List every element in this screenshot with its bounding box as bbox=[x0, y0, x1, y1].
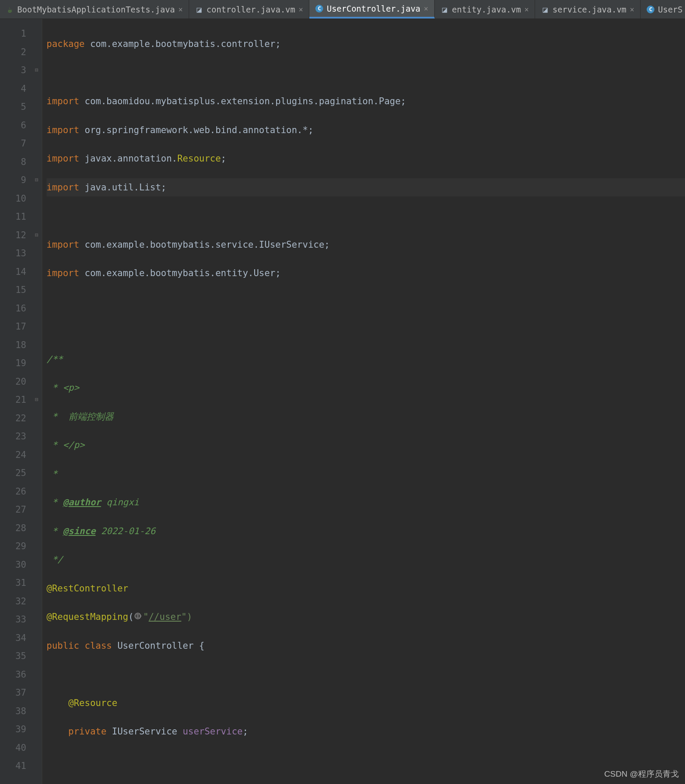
line-number: 41 bbox=[0, 757, 26, 775]
code-line: /** bbox=[47, 350, 685, 369]
line-number: 33 bbox=[0, 610, 26, 629]
line-number: 10 bbox=[0, 190, 26, 208]
line-number: 38 bbox=[0, 702, 26, 721]
close-icon[interactable]: × bbox=[524, 5, 529, 14]
line-number: 16 bbox=[0, 299, 26, 318]
code-line: * </p> bbox=[47, 436, 685, 454]
line-number: 15 bbox=[0, 281, 26, 299]
line-number: 4 bbox=[0, 80, 26, 98]
vm-icon: ◪ bbox=[195, 6, 203, 13]
line-number: 35 bbox=[0, 647, 26, 666]
tab-label: UserS bbox=[658, 5, 682, 14]
globe-icon[interactable] bbox=[134, 612, 143, 620]
line-number: 12⊟ bbox=[0, 226, 26, 245]
code-line: * <p> bbox=[47, 379, 685, 397]
line-number: 13 bbox=[0, 244, 26, 263]
code-line: * bbox=[47, 465, 685, 483]
line-number: 17 bbox=[0, 317, 26, 336]
code-line: import org.springframework.web.bind.anno… bbox=[47, 121, 685, 140]
fold-icon[interactable]: ⊟ bbox=[35, 391, 38, 409]
close-icon[interactable]: × bbox=[178, 5, 183, 14]
line-number: 30 bbox=[0, 556, 26, 574]
tab-label: BootMybatisApplicationTests.java bbox=[17, 5, 175, 14]
code-line: @Resource bbox=[47, 694, 685, 712]
java-icon: ☕ bbox=[6, 6, 14, 13]
code-line: private IUserService userService; bbox=[47, 722, 685, 741]
line-number: 14 bbox=[0, 263, 26, 281]
line-number: 11 bbox=[0, 208, 26, 226]
line-number: 24 bbox=[0, 446, 26, 464]
line-number: 37 bbox=[0, 684, 26, 702]
line-number: 32 bbox=[0, 592, 26, 611]
code-line: @RestController bbox=[47, 579, 685, 598]
line-number: 29 bbox=[0, 537, 26, 556]
code-line: * @since 2022-01-26 bbox=[47, 522, 685, 541]
line-number: 18 bbox=[0, 336, 26, 355]
tab-label: UserController.java bbox=[327, 4, 420, 13]
line-number: 9⊟ bbox=[0, 171, 26, 190]
line-number: 40 bbox=[0, 739, 26, 757]
code-line: */ bbox=[47, 551, 685, 569]
code-line: @PostMapping bbox=[47, 780, 685, 784]
line-number: 5 bbox=[0, 98, 26, 116]
line-number: 22 bbox=[0, 409, 26, 428]
tab-label: controller.java.vm bbox=[206, 5, 295, 14]
vm-icon: ◪ bbox=[441, 6, 448, 13]
code-line: @RequestMapping("//user") bbox=[47, 608, 685, 626]
line-number: 25 bbox=[0, 464, 26, 482]
line-number: 19 bbox=[0, 354, 26, 373]
fold-icon[interactable]: ⊟ bbox=[35, 171, 38, 190]
close-icon[interactable]: × bbox=[630, 5, 634, 14]
line-number: 26 bbox=[0, 482, 26, 501]
line-number: 28 bbox=[0, 519, 26, 538]
close-icon[interactable]: × bbox=[424, 4, 428, 13]
line-number: 1 bbox=[0, 25, 26, 43]
tab-user-s[interactable]: CUserS bbox=[641, 0, 685, 19]
code-line: import com.example.bootmybatis.service.I… bbox=[47, 236, 685, 254]
line-number: 7 bbox=[0, 134, 26, 153]
code-area[interactable]: package com.example.bootmybatis.controll… bbox=[42, 19, 685, 784]
tab-boot-tests[interactable]: ☕BootMybatisApplicationTests.java× bbox=[0, 0, 189, 19]
tab-label: service.java.vm bbox=[552, 5, 626, 14]
tab-service-vm[interactable]: ◪service.java.vm× bbox=[535, 0, 641, 19]
code-line: public class UserController { bbox=[47, 637, 685, 655]
code-line: import com.example.bootmybatis.entity.Us… bbox=[47, 264, 685, 283]
fold-icon[interactable]: ⊟ bbox=[35, 226, 38, 245]
line-number: 3⊟ bbox=[0, 61, 26, 80]
tab-controller-vm[interactable]: ◪controller.java.vm× bbox=[189, 0, 309, 19]
code-line: * 前端控制器 bbox=[47, 408, 685, 426]
code-line: * @author qingxi bbox=[47, 493, 685, 512]
code-line: import javax.annotation.Resource; bbox=[47, 149, 685, 168]
code-line bbox=[47, 321, 685, 340]
line-number: 23 bbox=[0, 427, 26, 446]
tab-user-controller[interactable]: CUserController.java× bbox=[309, 0, 435, 19]
line-number: 34 bbox=[0, 629, 26, 647]
code-line bbox=[47, 751, 685, 770]
tab-label: entity.java.vm bbox=[452, 5, 521, 14]
code-line bbox=[47, 207, 685, 225]
code-line bbox=[47, 665, 685, 684]
tab-entity-vm[interactable]: ◪entity.java.vm× bbox=[435, 0, 535, 19]
code-line bbox=[47, 64, 685, 82]
line-number: 21⊟ bbox=[0, 391, 26, 409]
line-number: 27 bbox=[0, 501, 26, 519]
fold-icon[interactable]: ⊟ bbox=[35, 61, 38, 80]
code-line bbox=[47, 293, 685, 311]
line-number: 39 bbox=[0, 720, 26, 739]
vm-icon: ◪ bbox=[541, 6, 549, 13]
line-number: 2 bbox=[0, 43, 26, 62]
watermark: CSDN @程序员青戈 bbox=[604, 768, 679, 780]
line-number: 36 bbox=[0, 666, 26, 684]
line-number: 20 bbox=[0, 373, 26, 391]
class-icon: C bbox=[647, 6, 654, 13]
editor: 1 2 3⊟ 4 5 6 7 8 9⊟ 10 11 12⊟ 13 14 15 1… bbox=[0, 19, 685, 784]
gutter: 1 2 3⊟ 4 5 6 7 8 9⊟ 10 11 12⊟ 13 14 15 1… bbox=[0, 19, 42, 784]
code-line: package com.example.bootmybatis.controll… bbox=[47, 35, 685, 53]
line-number: 31 bbox=[0, 574, 26, 592]
tab-bar: ☕BootMybatisApplicationTests.java× ◪cont… bbox=[0, 0, 685, 19]
line-number: 6 bbox=[0, 116, 26, 135]
close-icon[interactable]: × bbox=[299, 5, 303, 14]
line-number: 8 bbox=[0, 153, 26, 171]
class-icon: C bbox=[315, 5, 323, 12]
code-line: import com.baomidou.mybatisplus.extensio… bbox=[47, 92, 685, 111]
